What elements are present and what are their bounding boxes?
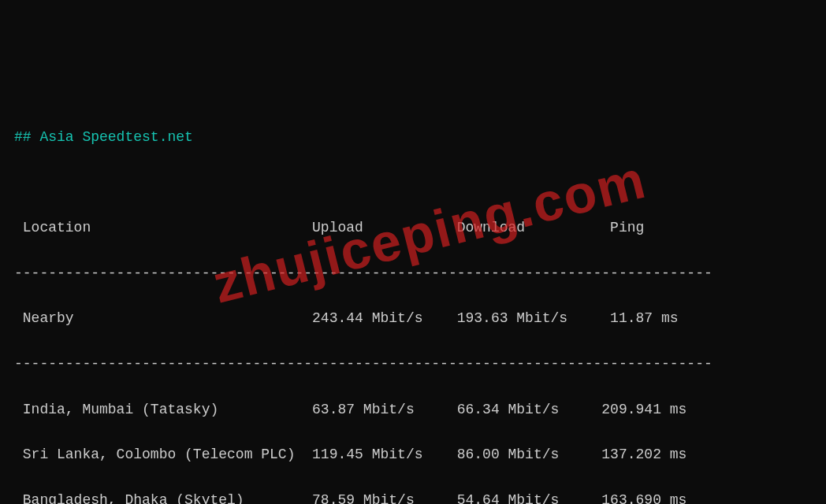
separator: ----------------------------------------… — [14, 262, 812, 285]
table-row: Sri Lanka, Colombo (Telecom PLC) 119.45 … — [14, 443, 812, 466]
terminal-output: ## Asia Speedtest.net Location Upload Do… — [14, 103, 812, 504]
section-title: ## Asia Speedtest.net — [14, 126, 812, 149]
table-row: India, Mumbai (Tatasky) 63.87 Mbit/s 66.… — [14, 398, 812, 421]
table-header-row: Location Upload Download Ping — [14, 217, 812, 239]
separator: ----------------------------------------… — [14, 353, 812, 376]
nearby-row: Nearby 243.44 Mbit/s 193.63 Mbit/s 11.87… — [14, 307, 812, 330]
table-row: Bangladesh, Dhaka (Skytel) 78.59 Mbit/s … — [14, 489, 812, 504]
